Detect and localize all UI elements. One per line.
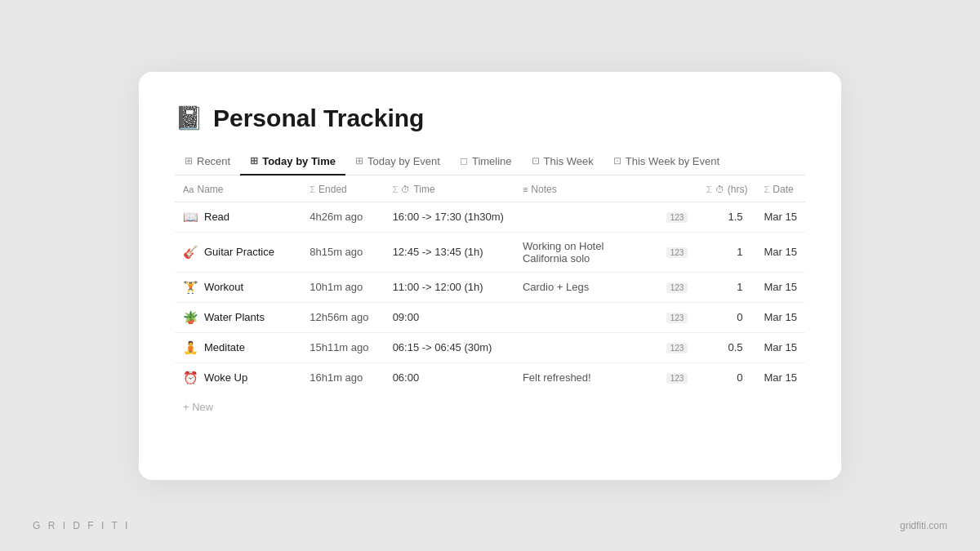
hrs-col-sigma: Σ [706, 184, 712, 194]
tab-label-recent: Recent [197, 155, 230, 167]
cell-hrs-1: 1 [698, 232, 755, 272]
cell-name-4: 🧘 Meditate [175, 332, 301, 362]
cell-date-0: Mar 15 [755, 202, 805, 232]
col-header-time: Σ ⏱ Time [385, 176, 514, 202]
tab-icon-this-week: ⊡ [532, 155, 540, 167]
brand-left: G R I D F I T I [33, 520, 130, 531]
hrs-col-clock: ⏱ [715, 184, 724, 194]
time-col-label: Time [413, 184, 434, 195]
row-name-2: Workout [204, 281, 243, 293]
cell-time-5: 06:00 [385, 362, 514, 393]
tracking-table: Aa Name Σ Ended Σ ⏱ [175, 176, 805, 393]
cell-badge-2: 123 [658, 272, 698, 302]
page-title-row: 📓 Personal Tracking [175, 104, 805, 132]
cell-time-2: 11:00 -> 12:00 (1h) [385, 272, 514, 302]
cell-date-2: Mar 15 [755, 272, 805, 302]
table-row: 📖 Read 4h26m ago 16:00 -> 17:30 (1h30m) … [175, 202, 805, 232]
row-emoji-3: 🪴 [183, 310, 198, 325]
col-header-hrs: Σ ⏱ (hrs) [698, 176, 755, 202]
tab-icon-timeline: ◻ [460, 155, 468, 167]
tab-label-today-by-event: Today by Event [368, 155, 440, 167]
time-col-clock: ⏱ [401, 184, 410, 194]
table-row: 🪴 Water Plants 12h56m ago 09:00 123 0 Ma… [175, 302, 805, 332]
cell-notes-1: Working on Hotel California solo [514, 232, 658, 272]
new-row-button[interactable]: + New [175, 393, 805, 421]
cell-date-5: Mar 15 [755, 362, 805, 393]
tab-today-by-event[interactable]: ⊞Today by Event [345, 149, 450, 176]
row-name-3: Water Plants [204, 311, 265, 323]
main-card: 📓 Personal Tracking ⊞Recent⊞Today by Tim… [139, 72, 841, 480]
tab-label-this-week-by-event: This Week by Event [626, 155, 719, 167]
cell-ended-3: 12h56m ago [301, 302, 384, 332]
cell-date-1: Mar 15 [755, 232, 805, 272]
row-emoji-4: 🧘 [183, 340, 198, 355]
date-col-label: Date [773, 184, 793, 195]
cell-badge-5: 123 [658, 362, 698, 393]
page-icon: 📓 [175, 107, 203, 130]
cell-hrs-3: 0 [698, 302, 755, 332]
table-body: 📖 Read 4h26m ago 16:00 -> 17:30 (1h30m) … [175, 202, 805, 393]
cell-notes-3 [514, 302, 658, 332]
cell-time-4: 06:15 -> 06:45 (30m) [385, 332, 514, 362]
row-name-0: Read [204, 211, 229, 223]
col-header-name: Aa Name [175, 176, 301, 202]
cell-notes-4 [514, 332, 658, 362]
hrs-col-label: (hrs) [728, 184, 748, 195]
cell-ended-1: 8h15m ago [301, 232, 384, 272]
tab-icon-today-by-event: ⊞ [355, 155, 363, 167]
cell-time-1: 12:45 -> 13:45 (1h) [385, 232, 514, 272]
table-row: 🎸 Guitar Practice 8h15m ago 12:45 -> 13:… [175, 232, 805, 272]
cell-name-3: 🪴 Water Plants [175, 302, 301, 332]
tab-this-week[interactable]: ⊡This Week [522, 149, 604, 176]
name-col-label: Name [197, 184, 223, 195]
name-col-prefix: Aa [183, 184, 194, 194]
tab-icon-today-by-time: ⊞ [250, 155, 258, 167]
row-name-5: Woke Up [204, 371, 247, 384]
notes-col-label: Notes [531, 184, 556, 195]
cell-ended-2: 10h1m ago [301, 272, 384, 302]
cell-notes-0 [514, 202, 658, 232]
cell-date-3: Mar 15 [755, 302, 805, 332]
cell-notes-2: Cardio + Legs [514, 272, 658, 302]
date-col-sigma: Σ [764, 184, 769, 194]
cell-name-1: 🎸 Guitar Practice [175, 232, 301, 272]
cell-time-3: 09:00 [385, 302, 514, 332]
page-title: Personal Tracking [213, 104, 424, 132]
col-header-date: Σ Date [755, 176, 805, 202]
row-emoji-0: 📖 [183, 210, 198, 224]
row-name-1: Guitar Practice [204, 246, 274, 258]
tab-label-today-by-time: Today by Time [262, 155, 336, 167]
tab-icon-recent: ⊞ [185, 155, 193, 167]
tab-label-this-week: This Week [544, 155, 594, 167]
cell-badge-4: 123 [658, 332, 698, 362]
tab-today-by-time[interactable]: ⊞Today by Time [240, 149, 345, 176]
new-row-label: + New [183, 401, 213, 413]
cell-time-0: 16:00 -> 17:30 (1h30m) [385, 202, 514, 232]
cell-name-5: ⏰ Woke Up [175, 362, 301, 393]
table-row: 🧘 Meditate 15h11m ago 06:15 -> 06:45 (30… [175, 332, 805, 362]
tab-label-timeline: Timeline [472, 155, 512, 167]
cell-badge-0: 123 [658, 202, 698, 232]
cell-ended-5: 16h1m ago [301, 362, 384, 393]
tab-timeline[interactable]: ◻Timeline [450, 149, 522, 176]
cell-ended-0: 4h26m ago [301, 202, 384, 232]
notes-col-prefix: ≡ [523, 184, 528, 194]
cell-hrs-4: 0.5 [698, 332, 755, 362]
table-header-row: Aa Name Σ Ended Σ ⏱ [175, 176, 805, 202]
col-header-notes: ≡ Notes [514, 176, 658, 202]
cell-notes-5: Felt refreshed! [514, 362, 658, 393]
cell-name-0: 📖 Read [175, 202, 301, 232]
row-emoji-5: ⏰ [183, 371, 198, 385]
col-header-badge [658, 176, 698, 202]
ended-col-label: Ended [318, 184, 347, 195]
row-emoji-1: 🎸 [183, 245, 198, 260]
row-emoji-2: 🏋️ [183, 280, 198, 295]
cell-badge-1: 123 [658, 232, 698, 272]
cell-ended-4: 15h11m ago [301, 332, 384, 362]
col-header-ended: Σ Ended [301, 176, 384, 202]
table-row: 🏋️ Workout 10h1m ago 11:00 -> 12:00 (1h)… [175, 272, 805, 302]
table-container: Aa Name Σ Ended Σ ⏱ [175, 176, 805, 421]
tabs-bar: ⊞Recent⊞Today by Time⊞Today by Event◻Tim… [175, 149, 805, 176]
tab-this-week-by-event[interactable]: ⊡This Week by Event [604, 149, 729, 176]
tab-recent[interactable]: ⊞Recent [175, 149, 240, 176]
